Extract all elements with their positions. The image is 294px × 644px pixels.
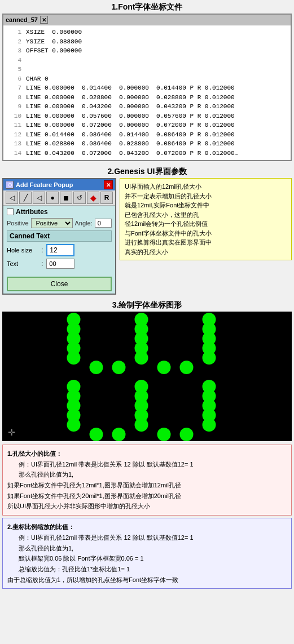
info2-title: 2.坐标比例缩放的比值： <box>7 522 287 532</box>
hole-size-row: Hole size : <box>7 244 112 256</box>
code-area: 1XSIZE 0.0600002YSIZE 0.0888003OFFSET 0.… <box>3 25 291 160</box>
code-line: 13LINE 0.028800 0.086400 0.028800 0.0864… <box>8 139 286 149</box>
genesis-window-close[interactable]: ✕ <box>104 180 113 189</box>
dot <box>135 351 148 365</box>
info2-line: 例：UI界面孔径12mil 带表是比值关系 12 除以 默认基数值12= 1 <box>19 532 287 543</box>
annotation-bubble: UI界面输入的12mil孔径大小并不一定表示增加后的孔径大小就是12mil,实际… <box>120 178 292 260</box>
toolbar-pen-btn[interactable]: ╱ <box>19 192 32 204</box>
annotation-line: 径12mil会转为一个孔径比例值 <box>125 219 287 229</box>
line-content: LINE 0.000000 0.028800 0.000000 0.028800… <box>26 93 235 103</box>
dot <box>180 428 194 441</box>
annotation-line: UI界面输入的12mil孔径大小 <box>125 182 287 192</box>
line-content: OFFSET 0.000000 <box>26 46 82 56</box>
toolbar-arrow-btn[interactable]: ◁ <box>6 192 18 204</box>
text-input[interactable] <box>46 259 74 269</box>
line-content: LINE 0.000000 0.072000 0.000000 0.072000… <box>26 121 235 130</box>
toolbar-select-btn[interactable]: ◁ <box>33 192 45 204</box>
angle-label: Angle: <box>75 220 93 226</box>
line-number: 11 <box>8 121 21 130</box>
code-line: 2YSIZE 0.088800 <box>8 37 286 47</box>
annotation-line: 就是12mil,实际Font坐标文件中 <box>125 201 287 210</box>
line-number: 5 <box>8 65 21 74</box>
line-number: 12 <box>8 130 21 140</box>
line-content: CHAR 0 <box>26 74 49 84</box>
annotation-line: 已包含孔径大小，这里的孔 <box>125 210 287 220</box>
line-content: LINE 0.000000 0.014400 0.000000 0.014400… <box>26 83 235 93</box>
info-section-2: 2.坐标比例缩放的比值：例：UI界面孔径12mil 带表是比值关系 12 除以 … <box>2 518 292 589</box>
toolbar-R-btn[interactable]: R <box>100 192 113 204</box>
attributes-row: Attributes <box>7 208 112 216</box>
close-icon[interactable]: ✕ <box>40 16 48 24</box>
info1-line: 那么孔径的比值为1, <box>19 469 287 480</box>
positive-select[interactable]: Positive Negative <box>31 218 73 228</box>
info1-line: 所以UI界面孔径大小并非实际图形中增加的孔径大小 <box>7 501 287 512</box>
line-number: 10 <box>8 112 21 121</box>
annotation-line: 与Font字体坐标文件中的孔大小 <box>125 229 287 238</box>
hole-colon: : <box>41 246 43 254</box>
line-number: 1 <box>8 28 21 37</box>
code-line: 5 <box>8 65 286 74</box>
hole-size-input[interactable] <box>46 244 74 256</box>
code-line: 12LINE 0.014400 0.086400 0.014400 0.0864… <box>8 130 286 140</box>
text-colon: : <box>41 260 43 268</box>
line-number: 4 <box>8 56 21 65</box>
dot <box>67 418 81 432</box>
line-number: 7 <box>8 83 21 93</box>
annotation-line: 进行换算得出真实在图形界面中 <box>125 238 287 247</box>
text-label: Text <box>7 260 38 267</box>
line-content: LINE 0.000000 0.057600 0.000000 0.057600… <box>26 112 235 121</box>
dot <box>203 418 216 432</box>
code-line: 10LINE 0.000000 0.057600 0.000000 0.0576… <box>8 112 286 121</box>
drawing-area: ✛ <box>2 312 292 441</box>
line-number: 8 <box>8 93 21 103</box>
info1-line: 如果Font坐标文件中孔径为20mil*1,图形界面就会增加20mil孔径 <box>7 491 287 501</box>
dot <box>90 428 103 441</box>
section1-container: canned_57 ✕ 1XSIZE 0.0600002YSIZE 0.0888… <box>2 14 292 161</box>
line-content: LINE 0.000000 0.043200 0.000000 0.043200… <box>26 102 235 112</box>
dot <box>90 361 103 374</box>
genesis-titlebar-left: ⬡ Add Feature Popup <box>6 181 73 189</box>
code-line: 6CHAR 0 <box>8 74 286 84</box>
info2-line: 默认框架宽0.06 除以 Font字体框架宽0.06 = 1 <box>19 553 287 564</box>
line-content: LINE 0.028800 0.086400 0.028800 0.086400… <box>26 139 235 149</box>
code-line: 4 <box>8 56 286 65</box>
section3-header: 3.绘制字体坐标图形 <box>0 298 294 312</box>
close-button[interactable]: Close <box>7 277 112 291</box>
code-line: 11LINE 0.000000 0.072000 0.000000 0.0720… <box>8 121 286 130</box>
section1-header: 1.Font字体坐标文件 <box>0 0 294 14</box>
dot <box>180 361 194 374</box>
dot <box>203 351 216 365</box>
line-content: LINE 0.014400 0.086400 0.014400 0.086400… <box>26 130 235 140</box>
genesis-title-text: Add Feature Popup <box>16 181 73 188</box>
toolbar-square-btn[interactable]: ◼ <box>60 192 72 204</box>
info2-line: 那么孔径的比值为1, <box>19 543 287 554</box>
code-line: 14LINE 0.043200 0.072000 0.043200 0.0720… <box>8 149 286 158</box>
line-number: 9 <box>8 102 21 112</box>
attributes-checkbox[interactable] <box>7 208 14 215</box>
toolbar-circle-btn[interactable]: ● <box>46 192 59 204</box>
line-content: LINE 0.043200 0.072000 0.043200 0.072000… <box>26 149 238 158</box>
code-line: 3OFFSET 0.000000 <box>8 46 286 56</box>
section1-title: canned_57 <box>6 16 38 23</box>
dot <box>157 361 171 374</box>
code-line: 8LINE 0.000000 0.028800 0.000000 0.02880… <box>8 93 286 103</box>
line-number: 2 <box>8 37 21 47</box>
canned-text-label: Canned Text <box>7 230 112 242</box>
section1-titlebar: canned_57 ✕ <box>3 15 291 25</box>
genesis-popup: ⬡ Add Feature Popup ✕ ◁ ╱ ◁ ● ◼ ↺ ◆ R At… <box>2 178 116 295</box>
line-content: XSIZE 0.060000 <box>26 28 82 37</box>
angle-input[interactable] <box>95 219 112 228</box>
line-number: 6 <box>8 74 21 84</box>
line-number: 3 <box>8 46 21 56</box>
code-line: 1XSIZE 0.060000 <box>8 28 286 37</box>
genesis-titlebar: ⬡ Add Feature Popup ✕ <box>3 179 115 190</box>
positive-label: Positive <box>7 220 29 226</box>
dot <box>112 361 126 374</box>
toolbar-curve-btn[interactable]: ↺ <box>73 192 86 204</box>
attributes-label: Attributes <box>16 208 48 216</box>
close-btn-row: Close <box>3 274 115 294</box>
info1-title: 1.孔径大小的比值： <box>7 448 287 459</box>
toolbar-diamond-btn[interactable]: ◆ <box>87 192 99 204</box>
dot <box>157 428 171 441</box>
line-number: 14 <box>8 149 21 158</box>
